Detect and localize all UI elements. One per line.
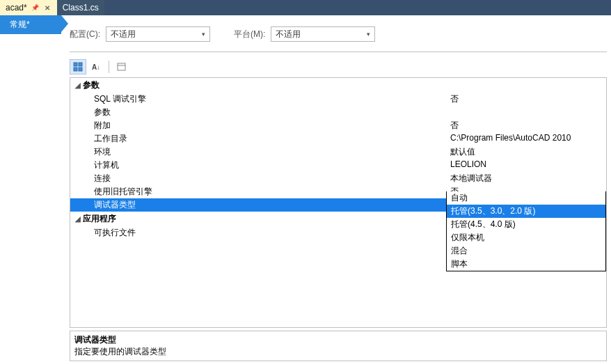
category-label: 参数	[83, 79, 100, 91]
description-body: 指定要使用的调试器类型	[74, 346, 602, 358]
property-pages-icon	[117, 62, 127, 72]
prop-key: 连接	[70, 172, 446, 185]
sort-az-icon: A↓	[92, 63, 100, 71]
debugger-type-dropdown-list[interactable]: 自动 托管(3.5、3.0、2.0 版) 托管(4.5、4.0 版) 仅限本机 …	[446, 191, 606, 271]
prop-row-attach[interactable]: 附加 否	[70, 119, 606, 132]
rail-tab-general[interactable]: 常规*	[0, 15, 61, 34]
prop-value[interactable]: C:\Program Files\AutoCAD 2010	[446, 132, 606, 145]
prop-value[interactable]: 默认值	[446, 145, 606, 159]
platform-dropdown[interactable]: 不适用 ▾	[271, 26, 375, 42]
rail-tab-label: 常规*	[10, 19, 30, 31]
option-native-only[interactable]: 仅限本机	[447, 231, 605, 244]
prop-row-connect[interactable]: 连接 本地调试器	[70, 172, 606, 185]
svg-rect-2	[74, 68, 77, 71]
chevron-down-icon: ▾	[367, 31, 370, 38]
property-grid: ◢ 参数 SQL 调试引擎 否 参数 附加 否 工作目录 C:\Program …	[70, 77, 607, 328]
tab-label: Class1.cs	[63, 3, 99, 13]
config-label: 配置(C):	[70, 29, 100, 40]
config-dropdown[interactable]: 不适用 ▾	[106, 26, 210, 42]
tab-class1[interactable]: Class1.cs	[57, 0, 104, 15]
toolbar-separator	[109, 61, 109, 73]
prop-key: 工作目录	[70, 132, 446, 145]
description-title: 调试器类型	[74, 334, 602, 346]
prop-key: 参数	[70, 106, 446, 119]
property-pages-button[interactable]	[113, 59, 130, 74]
svg-rect-0	[74, 63, 77, 66]
category-parameters[interactable]: ◢ 参数	[70, 78, 606, 93]
prop-value[interactable]: 否	[446, 119, 606, 132]
option-auto[interactable]: 自动	[447, 191, 605, 205]
categorized-button[interactable]	[70, 59, 86, 74]
property-grid-body: ◢ 参数 SQL 调试引擎 否 参数 附加 否 工作目录 C:\Program …	[70, 78, 606, 327]
option-script[interactable]: 脚本	[447, 258, 605, 271]
config-row: 配置(C): 不适用 ▾ 平台(M): 不适用 ▾	[70, 21, 607, 52]
prop-key: 可执行文件	[70, 226, 446, 239]
propgrid-toolbar: A↓	[70, 59, 607, 77]
collapse-icon: ◢	[73, 81, 83, 89]
category-label: 应用程序	[83, 213, 116, 225]
close-icon[interactable]: ✕	[43, 4, 51, 12]
prop-row-computer[interactable]: 计算机 LEOLION	[70, 159, 606, 172]
document-tabbar: acad* 📌 ✕ Class1.cs	[0, 0, 611, 15]
prop-row-workdir[interactable]: 工作目录 C:\Program Files\AutoCAD 2010	[70, 132, 606, 145]
svg-rect-1	[79, 63, 82, 66]
prop-row-sql[interactable]: SQL 调试引擎 否	[70, 93, 606, 106]
prop-row-args[interactable]: 参数	[70, 106, 606, 119]
prop-row-env[interactable]: 环境 默认值	[70, 145, 606, 159]
prop-key: 使用旧托管引擎	[70, 185, 446, 198]
svg-rect-3	[79, 68, 82, 71]
tab-label: acad*	[6, 3, 27, 13]
svg-rect-4	[118, 63, 125, 70]
property-page: 配置(C): 不适用 ▾ 平台(M): 不适用 ▾ A↓	[70, 21, 607, 361]
option-managed-45[interactable]: 托管(4.5、4.0 版)	[447, 218, 605, 231]
description-panel: 调试器类型 指定要使用的调试器类型	[70, 331, 607, 361]
option-mixed[interactable]: 混合	[447, 244, 605, 258]
prop-value[interactable]: 否	[446, 93, 606, 106]
config-value: 不适用	[111, 29, 136, 40]
prop-key: 调试器类型	[70, 198, 446, 212]
collapse-icon: ◢	[73, 215, 83, 223]
option-managed-35[interactable]: 托管(3.5、3.0、2.0 版)	[447, 205, 605, 218]
prop-key: 环境	[70, 145, 446, 159]
pin-icon[interactable]: 📌	[31, 4, 39, 11]
prop-key: 计算机	[70, 159, 446, 172]
prop-key: SQL 调试引擎	[70, 93, 446, 106]
prop-value[interactable]: 本地调试器	[446, 172, 606, 185]
prop-key: 附加	[70, 119, 446, 132]
prop-value[interactable]: LEOLION	[446, 159, 606, 172]
tab-acad[interactable]: acad* 📌 ✕	[0, 0, 57, 15]
categorized-icon	[73, 62, 83, 72]
platform-value: 不适用	[276, 29, 301, 40]
prop-value[interactable]	[446, 106, 606, 119]
chevron-down-icon: ▾	[202, 31, 205, 38]
left-rail: 常规*	[0, 15, 61, 34]
alphabetical-button[interactable]: A↓	[88, 59, 104, 74]
platform-label: 平台(M):	[234, 29, 265, 40]
